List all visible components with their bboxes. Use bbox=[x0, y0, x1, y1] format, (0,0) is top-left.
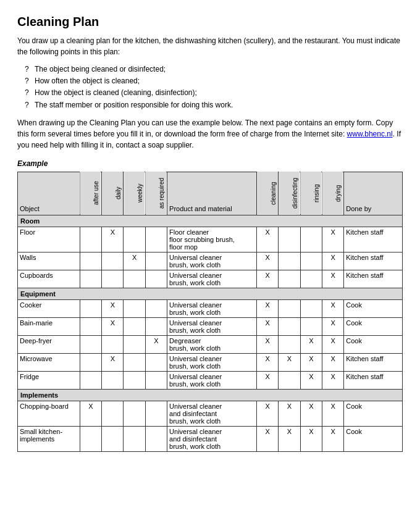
table-cell bbox=[80, 426, 101, 451]
done-by-header: Done by bbox=[344, 172, 403, 215]
table-cell: X bbox=[322, 353, 343, 371]
table-cell: Kitchen staff bbox=[344, 252, 403, 270]
section-row: Room bbox=[18, 215, 403, 227]
table-cell: X bbox=[145, 335, 167, 353]
table-cell bbox=[80, 335, 101, 353]
table-cell: X bbox=[322, 426, 343, 451]
table-cell: Fridge bbox=[18, 371, 80, 389]
table-cell: Cook bbox=[344, 317, 403, 335]
table-cell: Cook bbox=[344, 401, 403, 426]
table-cell: X bbox=[257, 317, 279, 335]
table-cell bbox=[124, 227, 145, 252]
example-label: Example bbox=[17, 159, 403, 168]
table-cell bbox=[300, 299, 322, 317]
bullet-2: How often the object is cleaned; bbox=[27, 75, 403, 87]
table-cell bbox=[300, 270, 322, 288]
product-header: Product and material bbox=[167, 172, 257, 215]
table-row: FloorXFloor cleaner floor scrubbing brus… bbox=[18, 227, 403, 252]
table-cell: X bbox=[322, 371, 343, 389]
table-cell: Walls bbox=[18, 252, 80, 270]
table-cell: Cook bbox=[344, 426, 403, 451]
table-cell: Universal cleaner brush, work cloth bbox=[167, 299, 257, 317]
table-cell: Universal cleaner brush, work cloth bbox=[167, 353, 257, 371]
table-cell: X bbox=[322, 270, 343, 288]
table-cell: Floor cleaner floor scrubbing brush, flo… bbox=[167, 227, 257, 252]
table-cell bbox=[279, 299, 300, 317]
table-cell bbox=[80, 299, 101, 317]
table-cell bbox=[279, 252, 300, 270]
note-content: When drawing up the Cleaning Plan you ca… bbox=[17, 119, 401, 149]
table-cell bbox=[102, 270, 124, 288]
table-cell bbox=[102, 426, 124, 451]
table-cell bbox=[80, 227, 101, 252]
table-cell: Microwave bbox=[18, 353, 80, 371]
table-cell bbox=[145, 270, 167, 288]
table-cell: X bbox=[102, 299, 124, 317]
table-cell bbox=[80, 252, 101, 270]
table-cell bbox=[279, 317, 300, 335]
table-cell bbox=[300, 252, 322, 270]
table-cell: X bbox=[322, 317, 343, 335]
table-cell bbox=[279, 270, 300, 288]
table-cell bbox=[279, 227, 300, 252]
table-cell: Small kitchen-implements bbox=[18, 426, 80, 451]
section-label: Implements bbox=[18, 389, 403, 401]
table-cell bbox=[124, 317, 145, 335]
table-cell bbox=[124, 299, 145, 317]
table-row: Deep-fryerXDegreaser brush, work clothXX… bbox=[18, 335, 403, 353]
table-cell: Universal cleaner and disinfectant brush… bbox=[167, 401, 257, 426]
table-cell: X bbox=[322, 299, 343, 317]
table-cell bbox=[300, 317, 322, 335]
table-cell bbox=[145, 299, 167, 317]
object-header: Object bbox=[18, 172, 80, 215]
table-cell: Universal cleaner brush, work cloth bbox=[167, 252, 257, 270]
page-title: Cleaning Plan bbox=[17, 15, 403, 29]
table-row: MicrowaveXUniversal cleaner brush, work … bbox=[18, 353, 403, 371]
table-cell: Kitchen staff bbox=[344, 270, 403, 288]
table-cell: X bbox=[300, 426, 322, 451]
table-cell: X bbox=[322, 335, 343, 353]
table-cell: X bbox=[257, 252, 279, 270]
section-label: Room bbox=[18, 215, 403, 227]
table-cell bbox=[102, 252, 124, 270]
table-cell bbox=[124, 426, 145, 451]
table-cell: X bbox=[300, 353, 322, 371]
table-cell: X bbox=[257, 371, 279, 389]
table-cell: Universal cleaner brush, work cloth bbox=[167, 317, 257, 335]
table-cell: X bbox=[300, 335, 322, 353]
table-cell bbox=[145, 371, 167, 389]
table-cell: X bbox=[322, 252, 343, 270]
note-link[interactable]: www.bhenc.nl bbox=[347, 130, 393, 138]
table-cell bbox=[124, 371, 145, 389]
table-cell: Kitchen staff bbox=[344, 371, 403, 389]
table-cell: X bbox=[257, 426, 279, 451]
table-cell: X bbox=[279, 401, 300, 426]
bullet-3: How the object is cleaned (cleaning, dis… bbox=[27, 87, 403, 99]
table-cell: X bbox=[257, 353, 279, 371]
table-cell bbox=[102, 371, 124, 389]
table-cell: X bbox=[257, 227, 279, 252]
daily-header: daily bbox=[102, 172, 124, 215]
table-cell bbox=[145, 426, 167, 451]
weekly-header: weekly bbox=[124, 172, 145, 215]
note-text: When drawing up the Cleaning Plan you ca… bbox=[17, 117, 403, 151]
table-row: FridgeUniversal cleaner brush, work clot… bbox=[18, 371, 403, 389]
bullet-1: The object being cleaned or disinfected; bbox=[27, 64, 403, 75]
table-cell: Cupboards bbox=[18, 270, 80, 288]
table-cell: Chopping-board bbox=[18, 401, 80, 426]
table-cell bbox=[145, 227, 167, 252]
table-cell: X bbox=[257, 299, 279, 317]
section-label: Equipment bbox=[18, 288, 403, 299]
section-row: Implements bbox=[18, 389, 403, 401]
table-cell: Bain-marie bbox=[18, 317, 80, 335]
table-cell: X bbox=[279, 353, 300, 371]
table-cell bbox=[145, 252, 167, 270]
table-cell: Kitchen staff bbox=[344, 227, 403, 252]
table-cell bbox=[145, 353, 167, 371]
table-row: Small kitchen-implementsUniversal cleane… bbox=[18, 426, 403, 451]
table-cell bbox=[102, 401, 124, 426]
table-cell: X bbox=[102, 317, 124, 335]
as-required-header: as required bbox=[145, 172, 167, 215]
table-cell: X bbox=[257, 401, 279, 426]
table-cell: Universal cleaner and disinfectant brush… bbox=[167, 426, 257, 451]
